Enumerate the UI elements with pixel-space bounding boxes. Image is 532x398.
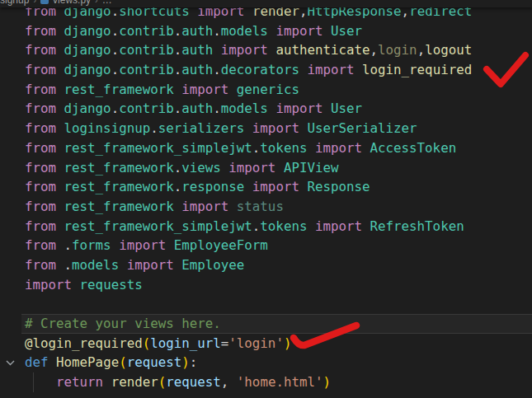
code-token: . [252,218,261,234]
code-token [362,218,370,234]
code-token: . [213,62,221,77]
code-token: from [25,160,56,176]
code-token [268,23,276,39]
code-line[interactable]: import requests [0,275,532,295]
code-token: : [190,354,198,370]
code-token [299,120,308,136]
code-line[interactable]: return render(request, 'home.html') [0,372,532,392]
code-token: . [111,23,120,39]
code-token: import [252,120,299,136]
code-token [228,199,237,214]
code-token [56,101,64,116]
code-line[interactable]: from rest_framework.views import APIView [0,158,532,178]
code-token: . [174,23,182,39]
code-token: def [25,354,49,370]
code-token: , [370,42,379,58]
code-token: . [56,257,72,273]
code-token [56,120,64,136]
code-token [213,42,221,58]
breadcrumb-separator: › [33,0,36,5]
code-token: . [252,140,261,156]
breadcrumb-item-file[interactable]: views.py [53,0,91,6]
code-token: models [221,101,268,116]
code-token: logout [425,42,472,58]
code-token [174,82,182,97]
code-line[interactable]: from .forms import EmployeeForm [0,236,532,255]
code-token: User [331,23,362,39]
code-token: @login_required [25,335,143,351]
code-token: from [25,23,56,39]
code-line[interactable]: from django.contrib.auth.models import U… [0,21,532,41]
code-token [322,23,331,39]
code-token [355,62,363,77]
code-token: User [331,101,362,116]
code-line[interactable]: from loginsignup.serializers import User… [0,119,532,138]
code-token: import [181,199,228,214]
code-token: login_required [362,62,472,77]
code-line[interactable]: @login_required(login_url='login') [0,334,532,354]
code-token: login_url [150,335,221,351]
code-token: . [174,101,182,116]
code-token: from [25,42,56,58]
code-token: . [174,179,182,194]
code-token: generics [237,82,299,97]
code-token [56,62,64,77]
code-token: import [181,82,228,97]
code-token: 'login' [228,335,284,351]
code-line[interactable]: from .models import Employee [0,255,532,275]
code-line[interactable]: from rest_framework import generics [0,80,532,100]
breadcrumb-item-folder[interactable]: signup [0,0,29,6]
code-line[interactable]: from django.contrib.auth.models import U… [0,99,532,119]
code-area[interactable]: from django.shortcuts import render,Http… [0,2,532,392]
code-token: import [275,101,322,116]
code-line[interactable]: from rest_framework_simplejwt.tokens imp… [0,217,532,236]
code-token: # Create your views here. [25,316,221,331]
code-token [166,237,174,253]
code-token [56,82,64,97]
code-token: django [64,42,111,58]
code-token: . [213,23,221,39]
code-token [307,140,315,156]
code-line[interactable]: # Create your views here. [0,314,532,334]
code-token: AccessToken [370,140,457,156]
code-token: import [252,179,299,194]
code-token: contrib [119,62,174,77]
code-token: Employee [181,257,244,273]
code-token: APIView [284,160,339,176]
code-token: UserSerializer [307,120,417,136]
code-token: . [213,101,221,116]
code-token [299,62,308,77]
code-token: tokens [260,140,307,156]
code-line[interactable]: from django.contrib.auth.decorators impo… [0,60,532,80]
code-line[interactable] [0,294,532,314]
code-line[interactable]: from django.contrib.auth import authenti… [0,40,532,60]
code-token [103,374,111,390]
code-token: views [181,160,221,176]
code-token [56,179,64,194]
code-token: import [127,257,174,273]
code-line[interactable]: from rest_framework import status [0,197,532,217]
code-line[interactable]: def HomePage(request): [0,353,532,372]
breadcrumb-item-more[interactable]: … [102,0,112,6]
code-token: HomePage [56,354,119,370]
code-token [268,42,276,58]
code-token: . [111,42,120,58]
code-token: from [25,82,56,97]
code-token: models [221,23,268,39]
code-token [56,23,64,39]
code-token: . [111,62,120,77]
code-line[interactable]: from rest_framework_simplejwt.tokens imp… [0,138,532,158]
code-token [56,140,64,156]
code-line[interactable]: from rest_framework.response import Resp… [0,177,532,197]
code-token: ( [119,354,127,370]
code-token: 'home.html' [237,374,323,390]
fold-chevron-icon[interactable] [5,359,16,367]
vscode-editor: signup › views.py › … from django.shortc… [0,0,532,398]
code-token: auth [181,62,213,77]
code-token: auth [181,101,213,116]
code-token: models [72,257,119,273]
breadcrumb-separator: › [95,0,98,5]
code-token: from [25,237,56,253]
code-token: rest_framework [64,199,174,214]
code-token: serializers [158,120,245,136]
